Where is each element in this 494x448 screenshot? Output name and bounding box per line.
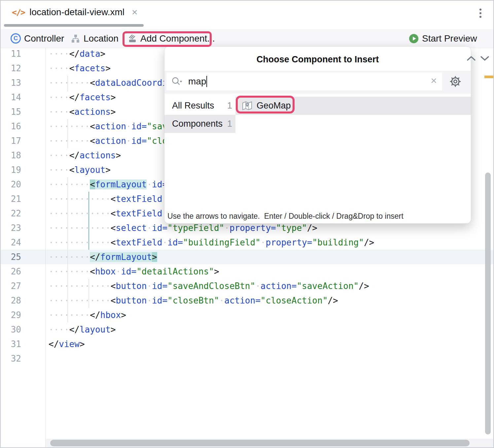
- indent-guide: [88, 279, 89, 308]
- line-number: 13: [1, 76, 21, 90]
- close-tab-icon[interactable]: ×: [132, 7, 138, 17]
- code-text: ········<action·id="sav: [49, 119, 167, 134]
- code-line-24[interactable]: 24············<textField·id="buildingFie…: [1, 235, 493, 250]
- code-line-25[interactable]: 25········</formLayout>: [1, 250, 493, 264]
- controller-button[interactable]: C Controller: [11, 29, 64, 48]
- code-text: ········<hbox·id="detailActions">: [49, 264, 219, 279]
- tab-bar: </> location-detail-view.xml ×: [1, 1, 493, 29]
- indent-guide: [67, 76, 68, 91]
- start-preview-button[interactable]: Start Preview: [409, 29, 477, 48]
- code-text: ····<actions>: [49, 105, 116, 119]
- location-label: Location: [84, 33, 119, 44]
- code-line-27[interactable]: 27············<button·id="saveAndCloseBt…: [1, 279, 493, 293]
- line-number: 24: [1, 235, 21, 250]
- line-number: 25: [1, 250, 21, 264]
- gutter-separator: [45, 48, 46, 447]
- line-number: 11: [1, 47, 21, 61]
- line-number: 18: [1, 148, 21, 163]
- code-line-26[interactable]: 26········<hbox·id="detailActions">: [1, 264, 493, 279]
- code-text: ····</actions>: [49, 148, 121, 163]
- controller-label: Controller: [24, 33, 64, 44]
- code-text: ····</facets>: [49, 90, 116, 105]
- code-line-30[interactable]: 30····</layout>: [1, 322, 493, 337]
- code-text: </view>: [49, 337, 85, 351]
- gear-icon[interactable]: [449, 75, 462, 89]
- start-preview-label: Start Preview: [422, 33, 477, 44]
- line-number: 15: [1, 105, 21, 119]
- code-text: ············<button·id="saveAndCloseBtn"…: [49, 279, 369, 293]
- line-number: 12: [1, 61, 21, 76]
- popup-title: Choose Component to Insert: [164, 54, 471, 65]
- code-text: ········<action·id="clo: [49, 134, 167, 148]
- line-number: 32: [1, 351, 21, 366]
- editor-tab[interactable]: </> location-detail-view.xml ×: [3, 1, 138, 24]
- code-text: ········</formLayout>: [49, 250, 157, 264]
- editor-toolbar: C Controller Location Add Compon: [1, 29, 493, 48]
- code-text: ············<button·id="closeBtn"·action…: [49, 293, 338, 308]
- code-text: ····</data>: [49, 47, 105, 61]
- indent-guide: [67, 177, 68, 322]
- horizontal-scrollbar[interactable]: [50, 440, 470, 446]
- tab-title: location-detail-view.xml: [29, 7, 124, 17]
- vertical-scrollbar[interactable]: [485, 173, 491, 434]
- code-line-28[interactable]: 28············<button·id="closeBtn"·acti…: [1, 293, 493, 308]
- code-text: ············<textField·: [49, 192, 167, 206]
- code-text: ····<facets>: [49, 61, 111, 76]
- code-text: ········</hbox>: [49, 308, 126, 322]
- indent-guide: [67, 119, 68, 148]
- app-window: </> location-detail-view.xml × C Control…: [0, 0, 494, 448]
- search-value: map: [188, 76, 206, 87]
- add-component-button[interactable]: Add Component...: [128, 29, 215, 48]
- search-row: map ×: [164, 71, 471, 93]
- line-number: 14: [1, 90, 21, 105]
- line-number: 19: [1, 163, 21, 177]
- chevron-down-icon[interactable]: [480, 55, 490, 63]
- code-text: ····<layout>: [49, 163, 111, 177]
- line-number: 16: [1, 119, 21, 134]
- xml-file-icon: </>: [12, 8, 25, 17]
- tab-all-results[interactable]: All Results 1: [164, 97, 235, 115]
- active-indent-guide: [88, 192, 89, 250]
- search-input[interactable]: map ×: [166, 73, 442, 90]
- line-number: 22: [1, 206, 21, 221]
- code-text: ············<textField·id="buildingField…: [49, 235, 374, 250]
- code-line-31[interactable]: 31</view>: [1, 337, 493, 351]
- choose-component-popup: Choose Component to Insert map ×: [164, 46, 471, 224]
- hierarchy-icon: [71, 34, 80, 43]
- line-number: 17: [1, 134, 21, 148]
- popup-hint: Use the arrows to navigate. Enter / Doub…: [167, 212, 404, 221]
- line-number: 26: [1, 264, 21, 279]
- controller-icon: C: [11, 33, 21, 44]
- code-line-32[interactable]: 32: [1, 351, 493, 366]
- clear-search-icon[interactable]: ×: [431, 75, 437, 86]
- line-number: 28: [1, 293, 21, 308]
- line-number: 31: [1, 337, 21, 351]
- chevron-up-icon[interactable]: [466, 55, 476, 63]
- result-label: GeoMap: [257, 101, 291, 111]
- kebab-menu-icon[interactable]: [479, 9, 481, 18]
- line-number: 21: [1, 192, 21, 206]
- play-icon: [409, 34, 419, 44]
- code-text: ········<dataLoadCoordi: [49, 76, 167, 90]
- scroll-stripe-marker: [484, 76, 493, 78]
- code-text: ············<textField·: [49, 206, 167, 221]
- result-row-geomap[interactable]: GeoMap: [235, 97, 471, 115]
- geomap-icon: [242, 100, 253, 112]
- location-button[interactable]: Location: [71, 29, 119, 48]
- add-component-label: Add Component...: [140, 33, 215, 44]
- tab-components[interactable]: Components 1: [164, 115, 235, 133]
- line-number: 20: [1, 177, 21, 192]
- active-tab-underline: [4, 24, 144, 27]
- component-icon: [128, 34, 137, 43]
- line-number: 30: [1, 322, 21, 337]
- line-number: 29: [1, 308, 21, 322]
- line-number: 23: [1, 221, 21, 235]
- line-number: 27: [1, 279, 21, 293]
- text-caret: [206, 76, 207, 87]
- search-icon: [171, 76, 183, 87]
- code-line-29[interactable]: 29········</hbox>: [1, 308, 493, 322]
- code-text: ····</layout>: [49, 322, 116, 337]
